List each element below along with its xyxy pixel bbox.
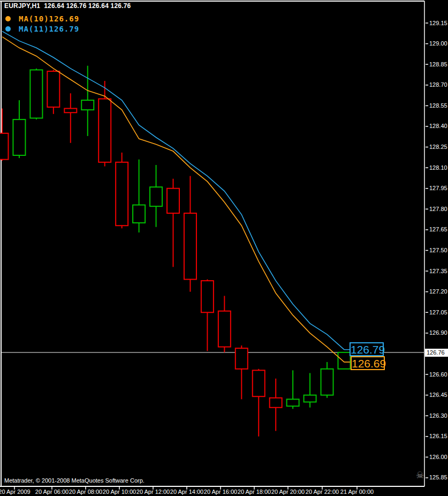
candle-body	[253, 370, 265, 396]
ma11-value-label[interactable]: 126.79	[350, 342, 384, 356]
ma10-value-label[interactable]: 126.69	[351, 356, 385, 370]
candle-body	[133, 205, 145, 223]
candle-body	[0, 133, 9, 160]
copyright-text: Metatrader, © 2001-2008 MetaQuotes Softw…	[4, 477, 145, 484]
legend-entry: MA(10)126.69	[5, 13, 79, 24]
candle-body	[287, 399, 299, 406]
time-axis-label: 20 Apr 12:00	[136, 489, 170, 495]
candle-body	[184, 213, 196, 279]
candle-body	[167, 189, 179, 213]
time-axis-label: 20 Apr 20:00	[271, 489, 305, 495]
time-axis-label: 20 Apr 16:00	[204, 489, 237, 495]
price-axis-label: 128.25	[429, 144, 447, 150]
candlestick-chart-canvas[interactable]	[0, 0, 448, 496]
candle-body	[270, 398, 282, 408]
price-axis-label: 125.85	[429, 474, 447, 480]
price-axis-label: 126.45	[429, 392, 447, 398]
candle-body	[304, 395, 316, 402]
time-axis-label: 20 Apr 18:00	[238, 489, 271, 495]
price-axis-label: 127.95	[429, 185, 447, 191]
metatrader-chart-window: EURJPY,H1 126.64 126.76 126.64 126.76 MA…	[0, 0, 448, 496]
ma10-bullet-icon	[5, 16, 11, 21]
price-axis-label: 127.05	[429, 309, 447, 315]
current-price-marker: 126.76	[425, 349, 448, 357]
time-axis-label: 20 Apr 14:00	[170, 489, 203, 495]
price-axis-label: 127.65	[429, 226, 447, 232]
price-axis-label: 126.00	[429, 454, 447, 460]
legend-entry-label: MA(10)126.69	[19, 14, 79, 23]
price-axis-label: 129.15	[429, 20, 447, 26]
candle-body	[236, 348, 248, 369]
candle-body	[321, 369, 333, 395]
ma11-bullet-icon	[5, 26, 11, 32]
price-axis-label: 127.35	[429, 268, 447, 274]
candle-body	[47, 71, 59, 107]
indicator-legend: MA(10)126.69MA(11)126.79	[5, 13, 79, 34]
legend-entry: MA(11)126.79	[5, 24, 79, 34]
time-axis-label: 21 Apr 00:00	[340, 489, 374, 495]
price-axis-label: 128.55	[429, 102, 447, 109]
price-axis-label: 129.00	[429, 40, 447, 47]
chart-symbol-title: EURJPY,H1 126.64 126.76 126.64 126.76	[4, 2, 131, 10]
price-axis-label: 128.10	[429, 164, 447, 171]
candle-body	[150, 187, 162, 206]
time-axis-label: 20 Apr 08:00	[69, 489, 102, 495]
price-axis-label: 126.30	[429, 412, 447, 419]
candle-body	[64, 109, 77, 113]
price-axis-label: 127.20	[429, 288, 447, 295]
price-axis-label: 126.15	[429, 433, 447, 439]
price-axis-label: 128.70	[429, 81, 447, 88]
price-axis-label: 126.90	[429, 329, 447, 336]
candle-body	[98, 99, 111, 162]
price-axis-label: 126.60	[429, 371, 447, 378]
price-axis-label: 127.80	[429, 206, 447, 212]
price-axis-label: 128.85	[429, 61, 447, 67]
candle-body	[116, 162, 128, 226]
time-axis-label: 20 Apr 06:00	[35, 489, 69, 495]
candle-body	[201, 281, 214, 312]
price-axis-label: 127.50	[429, 247, 447, 253]
price-axis-label: 128.40	[429, 123, 447, 129]
time-axis-label: 20 Apr 2009	[0, 489, 31, 495]
skull-crossbones-icon: ☠	[416, 470, 424, 481]
legend-entry-label: MA(11)126.79	[19, 25, 79, 33]
time-axis-label: 20 Apr 10:00	[103, 489, 136, 495]
time-axis-label: 20 Apr 22:00	[306, 489, 339, 495]
candle-body	[218, 311, 231, 347]
candle-body	[81, 100, 94, 110]
candle-body	[338, 352, 351, 369]
candle-body	[30, 70, 42, 118]
candle-body	[13, 119, 25, 155]
